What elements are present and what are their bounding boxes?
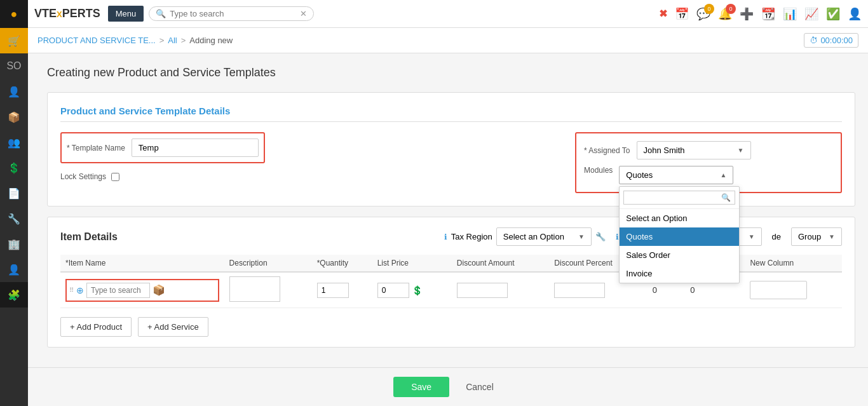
- add-service-button[interactable]: + Add Service: [138, 317, 208, 337]
- profile-icon: 👤: [8, 264, 20, 276]
- dropdown-search-input[interactable]: [623, 191, 735, 205]
- calendar-icon[interactable]: 📅: [675, 7, 689, 21]
- save-button[interactable]: Save: [393, 377, 449, 397]
- item-details-title: Item Details: [60, 231, 118, 243]
- dropdown-search-row: 🔍: [620, 187, 739, 209]
- col-description: Description: [224, 255, 312, 272]
- sidebar-item-org[interactable]: 🏢: [0, 231, 28, 257]
- sidebar-item-pricing[interactable]: 💲: [0, 155, 28, 180]
- timer-value: 00:00:00: [820, 36, 853, 45]
- contacts-icon: 👤: [8, 86, 20, 98]
- assigned-to-label: * Assigned To: [584, 146, 630, 155]
- template-name-highlighted: * Template Name: [60, 132, 265, 163]
- global-search: 🔍 ✕: [149, 6, 314, 21]
- discount-percent-input[interactable]: [554, 283, 605, 298]
- add-product-button[interactable]: + Add Product: [60, 317, 132, 337]
- documents-icon: 📄: [8, 187, 20, 200]
- list-price-input[interactable]: [377, 283, 409, 298]
- add-icon[interactable]: ➕: [740, 7, 754, 21]
- add-row-icon[interactable]: ⊕: [76, 285, 84, 295]
- template-details-section: Product and Service Template Details * T…: [47, 92, 855, 206]
- item-search-input[interactable]: [86, 283, 150, 298]
- cancel-button[interactable]: Cancel: [457, 377, 503, 397]
- sidebar: ● 🛒 SO 👤 📦 👥 💲 📄 🔧 🏢 👤 🧩: [0, 0, 28, 406]
- item-name-input-group: ⠿ ⊕ 📦: [65, 279, 219, 302]
- notifications-icon[interactable]: 🔔 0: [718, 7, 732, 21]
- breadcrumb-sep1: >: [159, 36, 165, 45]
- quantity-cell: [312, 272, 372, 308]
- chart-bar-icon[interactable]: 📊: [783, 7, 797, 21]
- search-clear-icon[interactable]: ✕: [300, 9, 307, 18]
- form-left: * Template Name Lock Settings: [60, 132, 575, 181]
- tax-region-group: ℹ Tax Region Select an Option ▼ 🔧: [444, 227, 606, 246]
- calendar2-icon[interactable]: 📆: [761, 7, 775, 21]
- wrench-icon[interactable]: 🔧: [595, 232, 606, 241]
- cart-icon: 🛒: [8, 35, 20, 47]
- group-label: Group: [798, 232, 821, 241]
- lock-settings-checkbox[interactable]: [111, 173, 119, 181]
- messages-icon[interactable]: 💬 0: [696, 7, 710, 21]
- chart-line-icon[interactable]: 📈: [804, 7, 818, 21]
- list-price-cell: 💲: [372, 272, 452, 308]
- footer: Save Cancel: [28, 367, 868, 406]
- description-input[interactable]: [229, 276, 280, 302]
- sidebar-item-plugins[interactable]: 🧩: [0, 282, 28, 308]
- discount-amount-cell: [452, 272, 550, 308]
- breadcrumb-bar: PRODUCT AND SERVICE TE... > All > Adding…: [28, 28, 868, 53]
- user-icon[interactable]: 👤: [848, 7, 862, 21]
- search-icon: 🔍: [156, 9, 166, 18]
- total-value: 0: [653, 285, 657, 295]
- new-column-input[interactable]: [750, 281, 807, 299]
- dropdown-item-invoice[interactable]: Invoice: [620, 264, 739, 283]
- description-cell: [224, 272, 312, 308]
- tax-region-info-icon: ℹ: [444, 233, 447, 241]
- template-name-input[interactable]: [132, 139, 259, 157]
- form-right: * Assigned To John Smith ▼ Modules Quote…: [575, 132, 842, 193]
- modules-label: Modules: [584, 166, 613, 175]
- dropdown-item-sales-order[interactable]: Sales Order: [620, 246, 739, 264]
- tax-region-placeholder: Select an Option: [503, 232, 564, 241]
- list-price-group: 💲: [377, 283, 447, 298]
- tax-region-dropdown[interactable]: Select an Option ▼: [496, 227, 592, 246]
- sidebar-item-profile[interactable]: 👤: [0, 257, 28, 282]
- sidebar-item-accounts[interactable]: 👥: [0, 130, 28, 155]
- sidebar-item-tools[interactable]: 🔧: [0, 206, 28, 231]
- modules-dropdown[interactable]: Quotes ▲: [619, 166, 733, 184]
- breadcrumb-all[interactable]: All: [168, 36, 177, 45]
- sidebar-logo: ●: [0, 0, 28, 28]
- net-price-value: 0: [690, 285, 695, 295]
- tools-icon: 🔧: [8, 213, 20, 225]
- sidebar-item-documents[interactable]: 📄: [0, 180, 28, 206]
- sidebar-item-cart[interactable]: 🛒: [0, 28, 28, 53]
- brand-logo: VTEXPERTS: [34, 7, 100, 20]
- assigned-to-dropdown[interactable]: John Smith ▼: [637, 141, 751, 159]
- discount-amount-input[interactable]: [457, 283, 508, 298]
- form-layout: * Template Name Lock Settings * Assigned…: [60, 132, 842, 193]
- drag-handle-icon[interactable]: ⠿: [69, 287, 74, 294]
- modules-dropdown-container: Quotes ▲ 🔍 Select an Option: [619, 166, 733, 184]
- sidebar-item-reports[interactable]: SO: [0, 53, 28, 79]
- group-arrow: ▼: [829, 233, 835, 240]
- group-dropdown[interactable]: Group ▼: [791, 227, 842, 246]
- clock-icon: ⏱: [810, 36, 818, 45]
- quantity-input[interactable]: [317, 283, 349, 298]
- sidebar-item-products[interactable]: 📦: [0, 104, 28, 130]
- navbar-icons: ✖ 📅 💬 0 🔔 0 ➕ 📆 📊 📈 ✅ 👤: [659, 7, 862, 21]
- menu-button[interactable]: Menu: [108, 6, 144, 22]
- action-buttons: + Add Product + Add Service: [60, 317, 842, 337]
- global-search-input[interactable]: [170, 9, 300, 18]
- sidebar-item-contacts[interactable]: 👤: [0, 79, 28, 104]
- dropdown-item-quotes[interactable]: Quotes: [620, 227, 739, 246]
- checklist-icon[interactable]: ✅: [826, 7, 840, 21]
- dropdown-item-select-option[interactable]: Select an Option: [620, 209, 739, 227]
- assigned-to-value: John Smith: [644, 145, 685, 155]
- vtiger-icon[interactable]: ✖: [659, 8, 667, 20]
- section-title: Product and Service Template Details: [60, 105, 842, 122]
- breadcrumb-sep2: >: [181, 36, 186, 45]
- pricing-icon: 💲: [8, 162, 20, 174]
- item-box-icon[interactable]: 📦: [153, 284, 165, 296]
- dollar-icon[interactable]: 💲: [412, 285, 423, 295]
- timer: ⏱ 00:00:00: [804, 33, 858, 48]
- breadcrumb-module[interactable]: PRODUCT AND SERVICE TE...: [37, 36, 156, 45]
- navbar: VTEXPERTS Menu 🔍 ✕ ✖ 📅 💬 0 🔔 0 ➕ 📆 📊 📈 ✅: [28, 0, 868, 28]
